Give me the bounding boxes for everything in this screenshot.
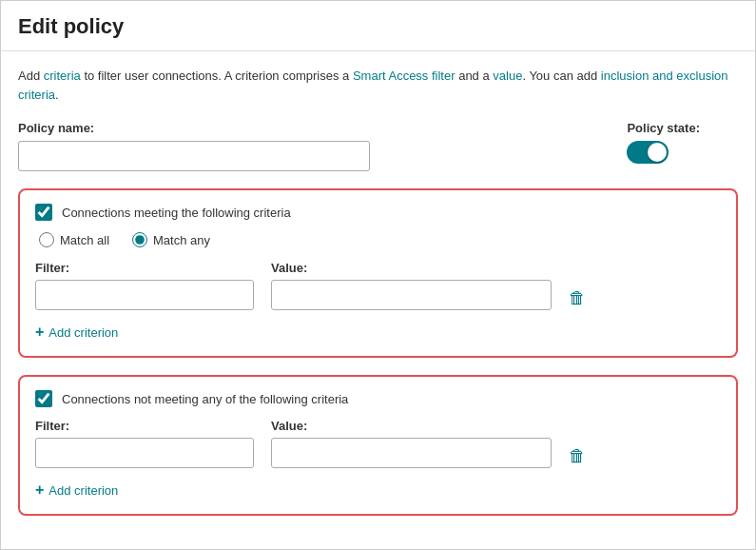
- exclusion-add-criterion-label: Add criterion: [48, 483, 118, 498]
- exclusion-checkbox[interactable]: [35, 390, 52, 407]
- inclusion-add-criterion-label: Add criterion: [48, 325, 118, 340]
- exclusion-plus-icon: +: [35, 481, 44, 499]
- exclusion-criteria-box: Connections not meeting any of the follo…: [18, 375, 738, 516]
- info-text: Add criteria to filter user connections.…: [18, 67, 738, 104]
- content: Add criteria to filter user connections.…: [1, 51, 755, 548]
- inclusion-checkbox[interactable]: [35, 204, 52, 221]
- match-all-option[interactable]: Match all: [39, 232, 109, 247]
- match-any-option[interactable]: Match any: [132, 232, 210, 247]
- policy-name-input[interactable]: [18, 141, 370, 171]
- smart-access-link[interactable]: Smart Access filter: [353, 69, 456, 83]
- header: Edit policy: [1, 1, 755, 51]
- inclusion-criteria-box: Connections meeting the following criter…: [18, 188, 738, 358]
- exclusion-add-criterion-button[interactable]: + Add criterion: [35, 480, 118, 501]
- page-title: Edit policy: [18, 14, 738, 39]
- exclusion-value-label: Value:: [271, 419, 552, 433]
- exclusion-filter-label: Filter:: [35, 419, 254, 433]
- value-link[interactable]: value: [493, 69, 522, 83]
- match-row: Match all Match any: [39, 232, 721, 247]
- inclusion-filter-group: Filter:: [35, 261, 254, 310]
- exclusion-title: Connections not meeting any of the follo…: [62, 392, 348, 406]
- policy-state-section: Policy state:: [627, 121, 700, 164]
- policy-state-toggle[interactable]: [627, 141, 669, 164]
- inclusion-delete-icon[interactable]: 🗑: [569, 288, 586, 308]
- exclusion-header: Connections not meeting any of the follo…: [35, 390, 721, 407]
- exclusion-value-input[interactable]: [271, 438, 552, 468]
- match-any-radio[interactable]: [132, 232, 147, 247]
- criteria-link[interactable]: criteria: [44, 69, 81, 83]
- policy-name-label: Policy name:: [18, 121, 370, 135]
- inclusion-filter-value-row: Filter: Value: 🗑: [35, 261, 721, 310]
- match-all-radio[interactable]: [39, 232, 54, 247]
- exclusion-filter-value-row: Filter: Value: 🗑: [35, 419, 721, 468]
- match-any-label: Match any: [153, 233, 210, 247]
- match-all-label: Match all: [60, 233, 109, 247]
- inclusion-header: Connections meeting the following criter…: [35, 204, 721, 221]
- inclusion-add-criterion-button[interactable]: + Add criterion: [35, 322, 118, 343]
- inclusion-filter-label: Filter:: [35, 261, 254, 275]
- exclusion-value-group: Value:: [271, 419, 552, 468]
- policy-state-label: Policy state:: [627, 121, 700, 135]
- inclusion-value-label: Value:: [271, 261, 552, 275]
- inclusion-title: Connections meeting the following criter…: [62, 206, 291, 220]
- policy-row: Policy name: Policy state:: [18, 121, 738, 171]
- inclusion-filter-input[interactable]: [35, 280, 254, 310]
- page-container: Edit policy Add criteria to filter user …: [0, 0, 756, 550]
- exclusion-delete-icon[interactable]: 🗑: [569, 446, 586, 466]
- inclusion-value-input[interactable]: [271, 280, 552, 310]
- inclusion-value-group: Value:: [271, 261, 552, 310]
- exclusion-filter-group: Filter:: [35, 419, 254, 468]
- policy-name-section: Policy name:: [18, 121, 370, 171]
- exclusion-filter-input[interactable]: [35, 438, 254, 468]
- inclusion-plus-icon: +: [35, 324, 44, 341]
